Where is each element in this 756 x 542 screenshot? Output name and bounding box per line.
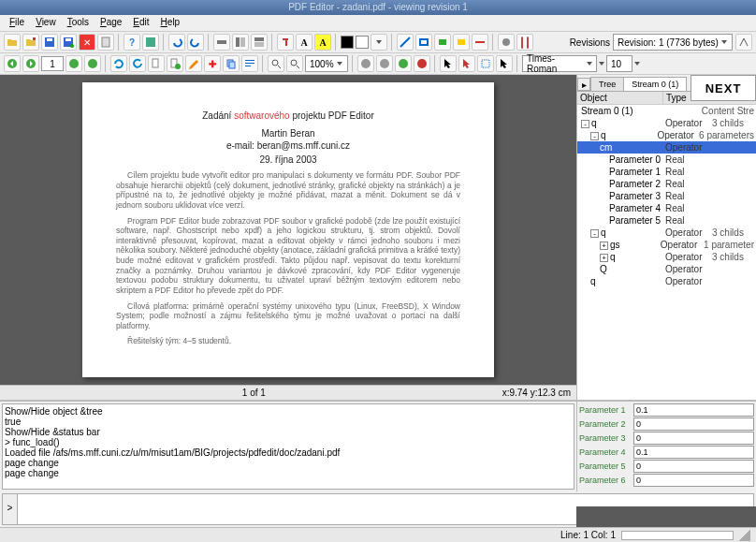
tree-header-object[interactable]: Object (577, 92, 663, 104)
tree-row[interactable]: QOperator (577, 263, 756, 275)
strike-icon[interactable] (472, 34, 488, 51)
about-icon[interactable] (142, 34, 159, 51)
title-bar: PDF Editor - zadani.pdf - viewing revisi… (0, 0, 756, 15)
tree-row[interactable]: -qOperator6 parameters (577, 129, 756, 141)
select-cursor-icon[interactable] (440, 55, 457, 72)
page-add-icon[interactable] (167, 55, 183, 72)
zoom-combo[interactable]: 100% (305, 55, 348, 72)
highlight-icon[interactable] (453, 34, 470, 51)
svg-rect-27 (245, 60, 254, 61)
text-icon[interactable] (277, 34, 294, 51)
draw-rect-icon[interactable] (415, 34, 432, 51)
tools-icon[interactable]: ┃┃ (516, 34, 533, 51)
refresh-icon[interactable] (110, 55, 127, 72)
next-overlay[interactable]: NEXT (691, 75, 756, 101)
console-line: page change (5, 458, 572, 468)
redo-icon[interactable] (187, 34, 204, 51)
object-tree[interactable]: Stream 0 (1)Content Stre-qOperator3 chil… (577, 105, 756, 400)
menu-view[interactable]: View (30, 15, 62, 31)
pdf-page[interactable]: Zadání softwarového projektu PDF Editor … (82, 82, 494, 377)
font-family-combo[interactable]: Times-Roman (522, 55, 597, 72)
cursor-icon[interactable] (496, 55, 513, 72)
prefs-icon[interactable] (498, 34, 515, 51)
save-icon[interactable] (41, 34, 58, 51)
open-icon-2[interactable] (22, 34, 39, 51)
obj-add-icon[interactable] (395, 55, 412, 72)
saveas-icon[interactable] (60, 34, 77, 51)
tree-row[interactable]: Parameter 5Real (577, 214, 756, 227)
font-size-combo[interactable]: 10 (606, 55, 632, 72)
revisions-combo[interactable]: Revision: 1 (7736 bytes) (613, 34, 733, 51)
annotate-icon[interactable] (185, 55, 202, 72)
tree-row[interactable]: Parameter 2Real (577, 178, 756, 190)
param-input[interactable] (633, 432, 754, 445)
open-icon[interactable] (4, 34, 21, 51)
select-area-icon[interactable] (477, 55, 494, 72)
nav-next-icon[interactable] (22, 55, 39, 72)
progress-bar (621, 531, 734, 540)
draw-line-icon[interactable] (397, 34, 414, 51)
menu-page[interactable]: Page (94, 15, 127, 31)
tree-row[interactable]: Parameter 0Real (577, 154, 756, 166)
svg-rect-10 (254, 37, 264, 41)
obj-fwd-icon[interactable] (376, 55, 393, 72)
draw-fill-icon[interactable] (434, 34, 451, 51)
param-input[interactable] (633, 403, 754, 417)
menu-file[interactable]: File (4, 15, 30, 31)
param-input[interactable] (633, 460, 754, 473)
select-red-cursor-icon[interactable] (458, 55, 475, 72)
console-log[interactable]: Show/Hide object &treetrueShow/Hide &sta… (2, 403, 574, 490)
color-dropdown-icon[interactable] (371, 34, 387, 51)
nav-last-icon[interactable] (84, 55, 101, 72)
param-input[interactable] (633, 446, 754, 459)
zoom-out-icon[interactable] (286, 55, 303, 72)
layout-icon[interactable] (251, 34, 268, 51)
tree-row[interactable]: -qOperator3 childs (577, 227, 756, 239)
export-icon[interactable] (97, 34, 114, 51)
page-number-input[interactable] (41, 56, 64, 71)
menu-edit[interactable]: Edit (127, 15, 154, 31)
tree-row[interactable]: qOperator (577, 275, 756, 287)
footer-status-bar: Line: 1 Col: 1 (0, 527, 756, 542)
obj-del-icon[interactable] (414, 55, 430, 72)
color-bg-swatch[interactable] (356, 36, 369, 49)
param-input[interactable] (633, 474, 754, 487)
nav-first-icon[interactable] (65, 55, 82, 72)
tree-row[interactable]: cmOperator (577, 141, 756, 154)
document-scroll[interactable]: Zadání softwarového projektu PDF Editor … (0, 75, 576, 385)
tree-row[interactable]: Parameter 1Real (577, 166, 756, 178)
tab-tree[interactable]: Tree (590, 77, 624, 91)
rotate-icon[interactable] (129, 55, 146, 72)
obj-back-icon[interactable] (357, 55, 374, 72)
tree-row[interactable]: Parameter 3Real (577, 190, 756, 202)
page-edit-icon[interactable] (148, 55, 165, 72)
hide-icon[interactable] (213, 34, 230, 51)
tab-stream[interactable]: Stream 0 (1) (623, 77, 687, 91)
text-bold-a-icon[interactable]: A (296, 34, 313, 51)
delete-add-icon[interactable]: ✚ (204, 55, 221, 72)
text-yellow-a-icon[interactable]: A (314, 34, 331, 51)
resize-grip-icon[interactable] (739, 530, 750, 541)
color-fg-swatch[interactable] (341, 36, 354, 49)
tab-scroll-right-icon[interactable]: ▸ (577, 78, 590, 91)
help-icon[interactable]: ? (124, 34, 140, 51)
close-icon[interactable]: ✕ (79, 34, 95, 51)
undo-icon[interactable] (168, 34, 185, 51)
revisions-branch-icon[interactable] (735, 34, 752, 51)
tree-row[interactable]: Parameter 4Real (577, 202, 756, 214)
menu-help[interactable]: Help (155, 15, 186, 31)
menu-tools[interactable]: Tools (62, 15, 94, 31)
panel-icon[interactable] (232, 34, 249, 51)
tree-row[interactable]: Stream 0 (1)Content Stre (577, 105, 756, 117)
svg-rect-29 (245, 66, 251, 66)
nav-prev-icon[interactable] (4, 55, 21, 72)
copy-icon[interactable] (223, 55, 240, 72)
zoom-in-icon[interactable] (268, 55, 284, 72)
text-ops-icon[interactable] (241, 55, 258, 72)
console-line: true (5, 417, 572, 427)
doc-author: Martin Beran (116, 128, 460, 139)
tree-row[interactable]: +qOperator3 childs (577, 251, 756, 263)
tree-row[interactable]: +gsOperator1 parameter (577, 239, 756, 251)
param-input[interactable] (633, 417, 754, 431)
tree-row[interactable]: -qOperator3 childs (577, 117, 756, 129)
